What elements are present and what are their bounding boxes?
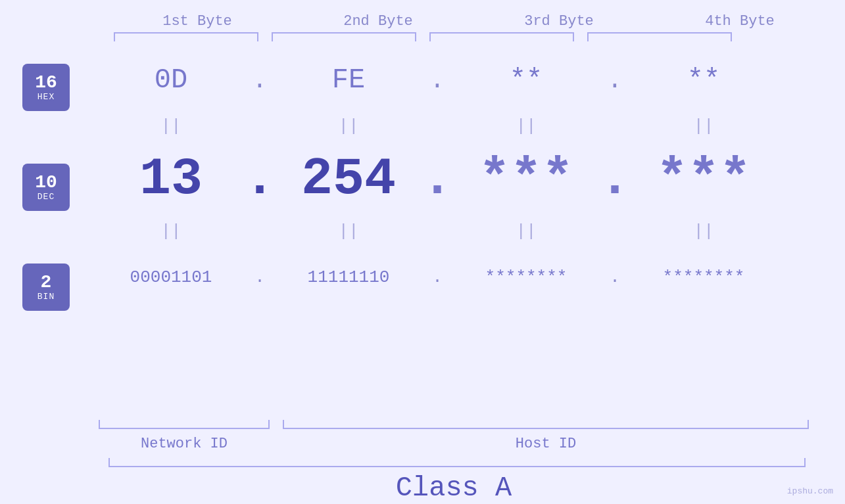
bracket-host-id [283, 420, 809, 429]
sep-dec-bin: || || || || [92, 215, 845, 248]
bin-badge-num: 2 [41, 273, 52, 292]
bin-dot1: . [250, 267, 270, 287]
dec-badge-label: DEC [37, 192, 55, 202]
hex-b3-value: ** [510, 64, 543, 96]
watermark: ipshu.com [787, 486, 833, 496]
dec-b3-value: *** [479, 149, 573, 209]
eq1-b4: || [631, 116, 776, 136]
hex-b4-cell: ** [631, 64, 776, 96]
badges-column: 16 HEX 10 DEC 2 BIN [0, 51, 92, 311]
id-labels: Network ID Host ID [92, 429, 815, 458]
dec-badge: 10 DEC [22, 164, 70, 211]
dec-b2-value: 254 [301, 149, 396, 209]
dec-b3-cell: *** [454, 149, 598, 209]
class-label: Class A [396, 472, 512, 504]
hex-b1-value: 0D [155, 64, 187, 96]
bin-b1-cell: 00001101 [99, 267, 243, 287]
bin-row: 00001101 . 11111110 . ******** [92, 248, 845, 307]
hex-row: 0D . FE . ** . [92, 51, 845, 110]
bin-values: 00001101 . 11111110 . ******** [92, 267, 815, 287]
bin-badge: 2 BIN [22, 263, 70, 311]
bin-b1-value: 00001101 [130, 267, 212, 287]
hex-badge-label: HEX [37, 92, 55, 102]
bin-dot3: . [605, 267, 625, 287]
eq2-b2: || [276, 221, 421, 241]
class-label-row: Class A [92, 467, 815, 504]
host-id-label: Host ID [283, 436, 809, 452]
sep-dec-bin-values: || || || || [92, 221, 815, 241]
bin-b3-cell: ******** [454, 267, 598, 287]
network-id-label: Network ID [99, 436, 270, 452]
top-bracket-b4 [587, 32, 732, 41]
hex-b2-value: FE [332, 64, 365, 96]
hex-dot1: . [250, 64, 270, 96]
bin-badge-label: BIN [37, 292, 55, 302]
byte4-header: 4th Byte [667, 13, 812, 30]
bin-b3-value: ******** [485, 267, 567, 287]
byte-headers-row: 1st Byte 2nd Byte 3rd Byte 4th Byte [107, 13, 831, 30]
bin-dot2: . [427, 267, 447, 287]
dec-dot1: . [250, 149, 270, 209]
top-bracket-b2 [272, 32, 416, 41]
dec-b1-cell: 13 [99, 149, 243, 209]
sep-hex-dec: || || || || [92, 110, 845, 143]
top-bracket-b3 [429, 32, 574, 41]
dec-dot2: . [427, 149, 447, 209]
bottom-section: Network ID Host ID Class A [0, 416, 845, 504]
values-column: 0D . FE . ** . [92, 51, 845, 307]
byte1-header: 1st Byte [125, 13, 270, 30]
eq1-b3: || [454, 116, 598, 136]
hex-b1-cell: 0D [99, 64, 243, 96]
bracket-class [109, 458, 806, 467]
top-brackets [107, 32, 831, 44]
dec-b4-value: *** [656, 149, 751, 209]
dec-b2-cell: 254 [276, 149, 421, 209]
top-bracket-b1 [114, 32, 258, 41]
hex-badge-num: 16 [35, 74, 57, 92]
eq1-b2: || [276, 116, 421, 136]
hex-b2-cell: FE [276, 64, 421, 96]
eq2-b1: || [99, 221, 243, 241]
dec-b1-value: 13 [139, 149, 203, 209]
eq2-b3: || [454, 221, 598, 241]
dec-b4-cell: *** [631, 149, 776, 209]
bin-b2-value: 11111110 [308, 267, 390, 287]
byte3-header: 3rd Byte [487, 13, 631, 30]
dec-values: 13 . 254 . *** . [92, 149, 815, 209]
bracket-network-id [99, 420, 270, 429]
bin-b4-value: ******** [663, 267, 745, 287]
dec-badge-num: 10 [35, 173, 57, 192]
byte2-header: 2nd Byte [306, 13, 450, 30]
bin-b4-cell: ******** [631, 267, 776, 287]
main-grid: 16 HEX 10 DEC 2 BIN 0D . [0, 51, 845, 413]
hex-b4-value: ** [687, 64, 720, 96]
hex-badge: 16 HEX [22, 64, 70, 111]
dec-row: 13 . 254 . *** . [92, 143, 845, 215]
eq1-b1: || [99, 116, 243, 136]
sep-hex-dec-values: || || || || [92, 116, 815, 136]
hex-values: 0D . FE . ** . [92, 64, 815, 96]
hex-dot3: . [605, 64, 625, 96]
main-container: 1st Byte 2nd Byte 3rd Byte 4th Byte 16 H… [0, 0, 845, 504]
eq2-b4: || [631, 221, 776, 241]
hex-dot2: . [427, 64, 447, 96]
hex-b3-cell: ** [454, 64, 598, 96]
bin-b2-cell: 11111110 [276, 267, 421, 287]
dec-dot3: . [605, 149, 625, 209]
